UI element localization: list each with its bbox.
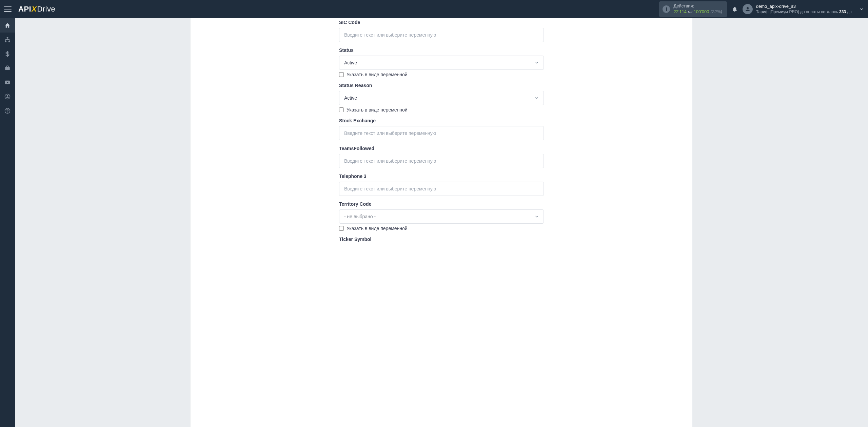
user-name: demo_apix-drive_s3 [756,4,852,9]
sidebar-item-tools[interactable] [0,61,15,75]
form-group: StatusActiveУказать в виде переменной [339,47,544,77]
user-plan: Тариф |Премиум PRO| до оплаты осталось 2… [756,9,852,15]
expand-header-button[interactable] [859,7,864,12]
sidebar-item-account[interactable] [0,89,15,104]
hamburger-menu-button[interactable] [4,5,12,13]
form-group: Stock Exchange [339,118,544,140]
svg-point-10 [7,112,8,113]
svg-rect-3 [8,41,10,42]
field-label: Stock Exchange [339,118,544,123]
app-logo[interactable]: APIXDrive [18,5,55,14]
tariff-name: Премиум PRO [771,9,798,14]
actions-text: Действия: 22'114 из 100'000 (22%) [673,3,722,15]
svg-point-0 [747,7,749,9]
header-bar: APIXDrive i Действия: 22'114 из 100'000 … [0,0,868,18]
text-input[interactable] [339,28,544,42]
youtube-icon [4,79,11,85]
variable-checkbox[interactable] [339,107,344,112]
user-text: demo_apix-drive_s3 Тариф |Премиум PRO| д… [756,4,852,15]
field-label: Telephone 3 [339,174,544,179]
actions-label: Действия: [673,3,722,9]
user-circle-icon [4,94,11,100]
sidebar-item-help[interactable] [0,104,15,118]
briefcase-icon [4,65,11,71]
variable-checkbox[interactable] [339,226,344,231]
tariff-prefix: Тариф | [756,9,771,14]
checkbox-label[interactable]: Указать в виде переменной [347,107,408,113]
field-label: Status Reason [339,83,544,88]
sidebar-item-home[interactable] [0,18,15,33]
dollar-icon [4,51,11,57]
form-wrap: SIC CodeStatusActiveУказать в виде перем… [339,18,544,242]
user-menu[interactable]: demo_apix-drive_s3 Тариф |Премиум PRO| д… [743,4,852,15]
form-group: TeamsFollowed [339,146,544,168]
select-input[interactable]: - не выбрано - [339,209,544,224]
actions-usage-box[interactable]: i Действия: 22'114 из 100'000 (22%) [659,1,727,17]
select-input[interactable]: Active [339,56,544,70]
form-group: Territory Code- не выбрано -Указать в ви… [339,201,544,231]
sitemap-icon [4,37,11,43]
actions-limit: 100'000 [694,9,709,14]
field-label: Territory Code [339,201,544,207]
form-group: SIC Code [339,20,544,42]
checkbox-row: Указать в виде переменной [339,107,544,113]
field-label: Status [339,47,544,53]
form-panel: SIC CodeStatusActiveУказать в виде перем… [191,18,692,427]
field-label: Ticker Symbol [339,237,544,242]
logo-part-api: API [18,5,31,14]
select-input[interactable]: Active [339,91,544,105]
field-label: TeamsFollowed [339,146,544,151]
form-group: Status ReasonActiveУказать в виде переме… [339,83,544,113]
home-icon [4,22,11,28]
sidebar-item-billing[interactable] [0,47,15,61]
svg-rect-1 [7,37,8,39]
question-circle-icon [4,108,11,114]
actions-stats: 22'114 из 100'000 (22%) [673,9,722,15]
field-label: SIC Code [339,20,544,25]
logo-part-x: X [32,5,37,14]
checkbox-row: Указать в виде переменной [339,226,544,231]
select-wrap: Active [339,91,544,105]
notifications-button[interactable] [732,6,738,12]
variable-checkbox[interactable] [339,72,344,77]
info-icon: i [663,5,670,13]
actions-count: 22'114 [673,9,687,14]
checkbox-row: Указать в виде переменной [339,72,544,77]
text-input[interactable] [339,154,544,168]
avatar-icon [743,4,753,14]
sidebar-item-connections[interactable] [0,33,15,47]
select-wrap: - не выбрано - [339,209,544,224]
header-right: i Действия: 22'114 из 100'000 (22%) demo… [659,1,864,17]
tariff-days: 233 [839,9,846,14]
main-content: SIC CodeStatusActiveУказать в виде перем… [15,18,868,427]
form-group: Telephone 3 [339,174,544,196]
svg-point-8 [7,95,8,97]
checkbox-label[interactable]: Указать в виде переменной [347,226,408,231]
actions-of: из [688,9,692,14]
checkbox-label[interactable]: Указать в виде переменной [347,72,408,77]
text-input[interactable] [339,126,544,140]
actions-pct: (22%) [710,9,722,14]
select-wrap: Active [339,56,544,70]
sidebar-item-video[interactable] [0,75,15,89]
logo-part-drive: Drive [37,5,55,14]
text-input[interactable] [339,182,544,196]
days-suffix: дн [846,9,852,14]
form-group: Ticker Symbol [339,237,544,242]
sidebar-nav [0,18,15,427]
pay-prefix: | до оплаты осталось [798,9,839,14]
svg-rect-4 [5,67,10,70]
svg-rect-2 [5,41,7,42]
